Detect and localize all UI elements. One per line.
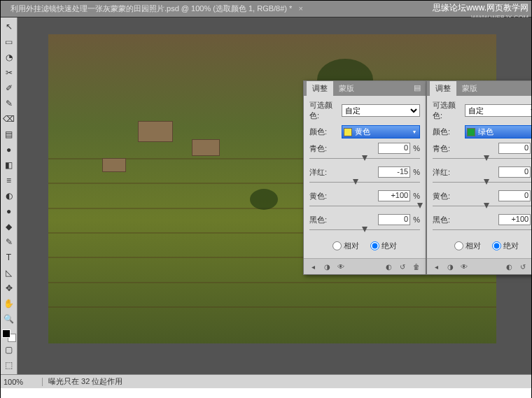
black-input[interactable]: 0 [378, 214, 410, 225]
black-slider[interactable] [433, 227, 531, 234]
adjustments-panel-yellow: 调整 蒙版 ▤ 可选颜色: 自定 颜色: 黄色 ▾ [303, 80, 426, 275]
eraser-tool-icon[interactable]: ◧ [2, 158, 16, 172]
history-brush-icon[interactable]: ● [2, 143, 16, 157]
eye-icon[interactable]: 👁 [336, 262, 346, 271]
text-tool-icon[interactable]: T [2, 250, 16, 264]
type-tool-icon[interactable]: ✎ [2, 235, 16, 249]
blur-tool-icon[interactable]: ◐ [2, 189, 16, 203]
relative-radio[interactable]: 相对 [454, 241, 481, 251]
black-label: 黑色: [309, 215, 333, 225]
color-chip-icon [467, 128, 475, 136]
preset-select[interactable]: 自定 [465, 104, 531, 117]
panel-menu-icon[interactable]: ▤ [412, 81, 423, 96]
prev-icon[interactable]: ◐ [504, 262, 514, 271]
stamp-tool-icon[interactable]: ▤ [2, 127, 16, 141]
chevron-down-icon: ▾ [411, 129, 418, 135]
marquee-tool-icon[interactable]: ▭ [2, 35, 16, 49]
magenta-label: 洋红: [309, 167, 333, 178]
cyan-slider[interactable] [433, 155, 531, 162]
cyan-label: 青色: [309, 143, 333, 154]
path-tool-icon[interactable]: ◺ [2, 266, 16, 280]
toolbox: ↖ ▭ ◔ ✂ ✐ ✎ ⌫ ▤ ● ◧ ≡ ◐ ● ◆ ✎ T ◺ ✥ ✋ 🔍 … [1, 17, 18, 374]
zoom-tool-icon[interactable]: 🔍 [2, 312, 16, 326]
panel-tabs: 调整 蒙版 ▤ [304, 81, 426, 96]
tab-adjust[interactable]: 调整 [430, 81, 456, 96]
tab-mask[interactable]: 蒙版 [456, 81, 483, 96]
zoom-level[interactable]: 100% [1, 378, 43, 386]
color-dropdown[interactable]: 黄色 ▾ [342, 125, 420, 138]
status-bar: 100% 曝光只在 32 位起作用 [1, 374, 531, 388]
panel-footer: ◂ ◑ 👁 ◐ ↺ 🗑 [304, 258, 426, 274]
absolute-radio[interactable]: 绝对 [370, 241, 397, 251]
yellow-label: 黄色: [309, 191, 333, 201]
lasso-tool-icon[interactable]: ◔ [2, 50, 16, 64]
preset-select[interactable]: 自定 [342, 104, 420, 117]
page-caption: 3、新建可选颜色调整图层，调整黄色、绿色，参数如图。 [1, 388, 531, 398]
magenta-label: 洋红: [433, 167, 456, 178]
black-slider[interactable] [309, 227, 420, 234]
selective-color-label: 可选颜色: [309, 100, 342, 121]
document-tab[interactable]: 利用外挂滤镜快速处理一张灰蒙蒙的田园照片.psd @ 100% (选取颜色 1,… [6, 2, 307, 15]
eyedropper-tool-icon[interactable]: ✐ [2, 81, 16, 95]
magenta-slider[interactable] [433, 179, 531, 186]
trash-icon[interactable]: 🗑 [412, 262, 421, 271]
selective-color-label: 可选颜色: [433, 100, 465, 121]
yellow-slider[interactable] [433, 203, 531, 210]
magenta-slider[interactable] [309, 179, 420, 186]
color-label: 颜色: [309, 127, 342, 137]
quick-mask-icon[interactable]: ▢ [2, 343, 16, 357]
absolute-radio[interactable]: 绝对 [492, 241, 519, 251]
document-tab-bar: 利用外挂滤镜快速处理一张灰蒙蒙的田园照片.psd @ 100% (选取颜色 1,… [1, 1, 531, 17]
healing-tool-icon[interactable]: ✎ [2, 97, 16, 111]
status-message: 曝光只在 32 位起作用 [43, 376, 128, 387]
cyan-input[interactable]: 0 [378, 143, 410, 154]
adjustments-panel-green: 调整 蒙版 ▤ 可选颜色: 自定 颜色: 绿色 ▾ [426, 80, 531, 275]
app-frame: 利用外挂滤镜快速处理一张灰蒙蒙的田园照片.psd @ 100% (选取颜色 1,… [1, 1, 531, 388]
tab-mask[interactable]: 蒙版 [333, 81, 360, 96]
dodge-tool-icon[interactable]: ● [2, 204, 16, 218]
tab-adjust[interactable]: 调整 [307, 81, 333, 96]
cyan-input[interactable]: 0 [498, 143, 531, 154]
clip-icon[interactable]: ◑ [322, 262, 332, 271]
gradient-tool-icon[interactable]: ≡ [2, 173, 16, 187]
hand-tool-icon[interactable]: ✋ [2, 297, 16, 311]
close-icon[interactable]: × [298, 4, 302, 13]
reset-icon[interactable]: ↺ [518, 262, 528, 271]
eye-icon[interactable]: 👁 [459, 262, 469, 271]
panel-footer: ◂ ◑ 👁 ◐ ↺ 🗑 [427, 258, 531, 274]
magenta-input[interactable]: -15 [378, 166, 410, 178]
yellow-label: 黄色: [433, 191, 456, 201]
cyan-slider[interactable] [309, 155, 420, 162]
cyan-label: 青色: [433, 143, 456, 154]
color-label: 颜色: [433, 127, 465, 137]
canvas-area: 调整 蒙版 ▤ 可选颜色: 自定 颜色: 黄色 ▾ [18, 17, 531, 370]
panel-tabs: 调整 蒙版 ▤ [427, 81, 531, 96]
color-swatches[interactable] [2, 329, 16, 342]
shape-tool-icon[interactable]: ✥ [2, 281, 16, 295]
color-chip-icon [344, 128, 352, 136]
yellow-input[interactable]: 0 [498, 190, 531, 201]
move-tool-icon[interactable]: ↖ [2, 20, 16, 34]
document-title: 利用外挂滤镜快速处理一张灰蒙蒙的田园照片.psd @ 100% (选取颜色 1,… [10, 4, 292, 13]
reset-icon[interactable]: ↺ [398, 262, 407, 271]
magenta-input[interactable]: 0 [498, 166, 531, 178]
yellow-slider[interactable] [309, 203, 420, 210]
back-icon[interactable]: ◂ [308, 262, 318, 271]
black-label: 黑色: [433, 215, 456, 225]
color-dropdown[interactable]: 绿色 ▾ [465, 125, 531, 138]
relative-radio[interactable]: 相对 [332, 241, 359, 251]
screen-mode-icon[interactable]: ⬚ [2, 358, 16, 372]
back-icon[interactable]: ◂ [431, 262, 441, 271]
brush-tool-icon[interactable]: ⌫ [2, 112, 16, 126]
pen-tool-icon[interactable]: ◆ [2, 220, 16, 234]
crop-tool-icon[interactable]: ✂ [2, 66, 16, 80]
foreground-color-swatch[interactable] [2, 329, 10, 338]
clip-icon[interactable]: ◑ [445, 262, 455, 271]
black-input[interactable]: +100 [498, 214, 531, 225]
prev-icon[interactable]: ◐ [384, 262, 393, 271]
yellow-input[interactable]: +100 [378, 190, 410, 201]
